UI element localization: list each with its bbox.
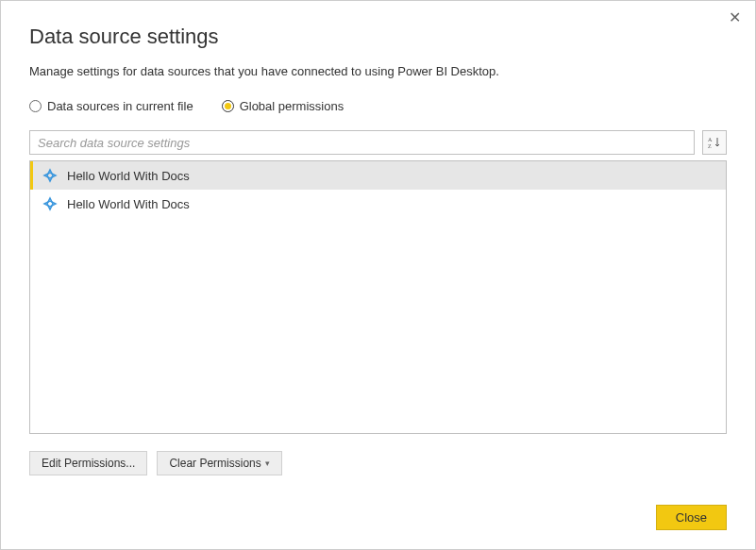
dialog-subtitle: Manage settings for data sources that yo… — [29, 64, 727, 78]
sort-az-icon: A Z — [708, 136, 721, 149]
close-icon[interactable]: ✕ — [725, 8, 744, 27]
chevron-down-icon: ▾ — [265, 458, 270, 468]
scope-radio-group: Data sources in current file Global perm… — [29, 99, 727, 113]
connector-icon — [42, 168, 58, 183]
clear-permissions-button[interactable]: Clear Permissions ▾ — [157, 451, 281, 475]
radio-icon — [29, 100, 42, 112]
data-source-item[interactable]: Hello World With Docs — [30, 190, 726, 218]
svg-text:Z: Z — [708, 143, 712, 149]
button-label: Clear Permissions — [169, 457, 260, 470]
radio-current-file[interactable]: Data sources in current file — [29, 99, 193, 113]
svg-text:A: A — [708, 137, 713, 142]
data-source-list[interactable]: Hello World With Docs Hello World With D… — [29, 160, 727, 434]
search-row: A Z — [29, 130, 727, 155]
connector-icon — [42, 196, 58, 211]
radio-global-permissions[interactable]: Global permissions — [222, 99, 344, 113]
radio-icon — [222, 100, 234, 112]
data-source-name: Hello World With Docs — [67, 197, 190, 211]
action-buttons: Edit Permissions... Clear Permissions ▾ — [29, 451, 727, 475]
dialog-title: Data source settings — [29, 25, 727, 49]
edit-permissions-button[interactable]: Edit Permissions... — [29, 451, 147, 475]
data-source-name: Hello World With Docs — [67, 169, 190, 183]
search-input[interactable] — [29, 130, 695, 155]
radio-label: Global permissions — [240, 99, 344, 113]
dialog-footer: Close — [656, 505, 727, 530]
button-label: Edit Permissions... — [42, 457, 135, 470]
radio-label: Data sources in current file — [47, 99, 193, 113]
close-button[interactable]: Close — [656, 505, 727, 530]
data-source-item[interactable]: Hello World With Docs — [30, 161, 726, 190]
sort-button[interactable]: A Z — [702, 130, 727, 155]
